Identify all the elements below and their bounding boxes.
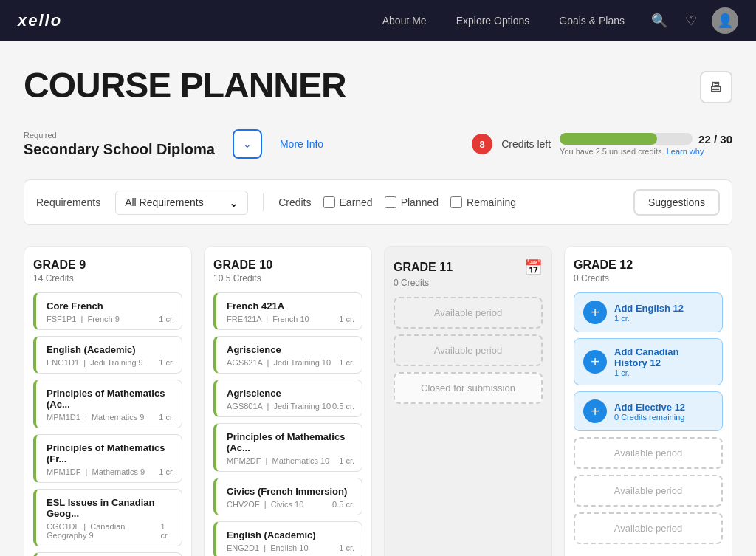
requirements-dropdown[interactable]: All Requirements ⌄ [115,191,248,215]
add-course-info: Add Elective 12 0 Credits remaining [614,402,685,422]
credits-filter-label: Credits [278,196,311,208]
course-name: Core French [47,301,174,312]
nav-about-me[interactable]: About Me [382,15,427,27]
course-card[interactable]: Principles of Mathematics (Fr... MPM1DF … [33,434,182,483]
course-meta: AGS621A | Jedi Training 10 1 cr. [227,358,354,367]
grade-10-credits: 10.5 Credits [213,273,362,284]
more-info-link[interactable]: More Info [280,138,323,150]
course-card[interactable]: Test H aaa3 | Civics 9 1 cr. [33,552,182,556]
available-period[interactable]: Available period [394,297,543,329]
grade-columns: GRADE 9 14 Credits Core French FSF1P1 | … [24,246,732,556]
required-label: Required [24,131,215,140]
add-course-card[interactable]: + Add English 12 1 cr. [574,292,723,332]
course-card[interactable]: Civics (French Immersion) CHV2OF | Civic… [213,478,362,515]
credits-left-label: Credits left [501,138,551,150]
print-button[interactable]: 🖶 [700,71,732,103]
nav-goals-plans[interactable]: Goals & Plans [559,15,625,27]
grade-9-title: GRADE 9 [33,258,182,272]
grade-9-header: GRADE 9 14 Credits [33,258,182,284]
course-card[interactable]: French 421A FRE421A | French 10 1 cr. [213,292,362,330]
grade-12-column: GRADE 12 0 Credits + Add English 12 1 cr… [564,246,732,556]
add-course-info: Add English 12 1 cr. [614,303,684,323]
course-name: Agriscience [227,388,354,399]
add-english-12-button[interactable]: + [583,301,607,324]
add-course-credits: 0 Credits remaining [614,413,685,422]
remaining-label: Remaining [467,196,516,208]
course-name: Principles of Mathematics (Fr... [47,442,174,464]
diploma-name: Secondary School Diploma [24,141,215,158]
page-title: COURSE PLANNER [24,65,346,106]
grade-12-header: GRADE 12 0 Credits [574,258,723,284]
favorites-button[interactable]: ♡ [682,10,700,32]
add-elective-12-button[interactable]: + [583,399,607,423]
course-meta: CGC1DL | Canadian Geography 9 1 cr. [47,522,174,540]
diploma-dropdown[interactable]: ⌄ [233,129,262,159]
remaining-checkbox-group[interactable]: Remaining [450,196,516,208]
course-meta: ENG1D1 | Jedi Training 9 1 cr. [47,358,174,367]
remaining-checkbox[interactable] [450,196,462,208]
course-name: Principles of Mathematics (Ac... [227,431,354,453]
credits-progress-area: 22 / 30 You have 2.5 unused credits. Lea… [560,133,732,156]
course-name: ESL Issues in Canadian Geog... [47,497,174,519]
course-card[interactable]: Principles of Mathematics (Ac... MPM2DF … [213,423,362,472]
grade-10-header: GRADE 10 10.5 Credits [213,258,362,284]
course-name: English (Academic) [227,529,354,540]
add-course-card[interactable]: + Add Canadian History 12 1 cr. [574,338,723,385]
add-canadian-history-12-button[interactable]: + [583,350,607,374]
add-course-card[interactable]: + Add Elective 12 0 Credits remaining [574,391,723,431]
grade-12-credits: 0 Credits [574,273,723,284]
grade-11-column: GRADE 11 📅 0 Credits Available period Av… [384,246,552,556]
progress-bar [560,133,693,145]
course-card[interactable]: Principles of Mathematics (Ac... MPM1D1 … [33,380,182,428]
unused-credits-text: You have 2.5 unused credits. Learn why [560,147,704,156]
course-card[interactable]: Agriscience AGS621A | Jedi Training 10 1… [213,336,362,374]
course-meta: AGS801A | Jedi Training 10 0.5 cr. [227,402,354,411]
suggestions-button[interactable]: Suggestions [633,189,720,216]
navbar: xello About Me Explore Options Goals & P… [0,0,756,41]
course-card[interactable]: English (Academic) ENG2D1 | English 10 1… [213,521,362,556]
course-meta: FSF1P1 | French 9 1 cr. [47,315,174,323]
avatar[interactable]: 👤 [712,7,738,34]
available-period[interactable]: Available period [574,437,723,469]
search-button[interactable]: 🔍 [648,10,670,32]
filter-divider [263,193,264,211]
page-header: COURSE PLANNER 🖶 [24,65,732,106]
course-card[interactable]: ESL Issues in Canadian Geog... CGC1DL | … [33,489,182,546]
requirements-label: Requirements [36,196,100,208]
diploma-info: Required Secondary School Diploma [24,131,215,158]
course-name: Principles of Mathematics (Ac... [47,388,174,410]
planned-checkbox[interactable] [385,196,396,208]
add-course-name: Add Canadian History 12 [614,346,713,368]
course-meta: FRE421A | French 10 1 cr. [227,315,354,323]
selected-requirement: All Requirements [125,196,204,208]
course-name: Civics (French Immersion) [227,486,354,497]
grade-9-credits: 14 Credits [33,273,182,284]
grade-12-title: GRADE 12 [574,258,723,272]
nav-explore-options[interactable]: Explore Options [456,15,530,27]
add-course-name: Add Elective 12 [614,402,685,413]
available-period[interactable]: Available period [394,334,543,366]
add-course-credits: 1 cr. [614,314,684,323]
course-card[interactable]: Core French FSF1P1 | French 9 1 cr. [33,292,182,330]
credits-count: 22 / 30 [698,133,732,145]
progress-row: 22 / 30 [560,133,732,145]
earned-checkbox[interactable] [323,196,335,208]
nav-links: About Me Explore Options Goals & Plans [382,15,625,27]
logo[interactable]: xello [18,11,62,30]
course-meta: ENG2D1 | English 10 1 cr. [227,543,354,552]
available-period[interactable]: Available period [574,475,723,507]
course-name: Agriscience [227,344,354,355]
grade-11-title: GRADE 11 📅 [394,258,543,276]
learn-why-link[interactable]: Learn why [667,147,704,156]
nav-icons: 🔍 ♡ 👤 [648,7,738,34]
earned-checkbox-group[interactable]: Earned [323,196,373,208]
grade-10-column: GRADE 10 10.5 Credits French 421A FRE421… [204,246,372,556]
credits-badge: 8 [472,134,492,154]
available-period[interactable]: Available period [574,512,723,544]
course-card[interactable]: Agriscience AGS801A | Jedi Training 10 0… [213,380,362,417]
grade-10-title: GRADE 10 [213,258,362,272]
course-card[interactable]: English (Academic) ENG1D1 | Jedi Trainin… [33,336,182,374]
main-content: COURSE PLANNER 🖶 Required Secondary Scho… [0,41,756,556]
add-course-credits: 1 cr. [614,368,713,377]
planned-checkbox-group[interactable]: Planned [385,196,439,208]
